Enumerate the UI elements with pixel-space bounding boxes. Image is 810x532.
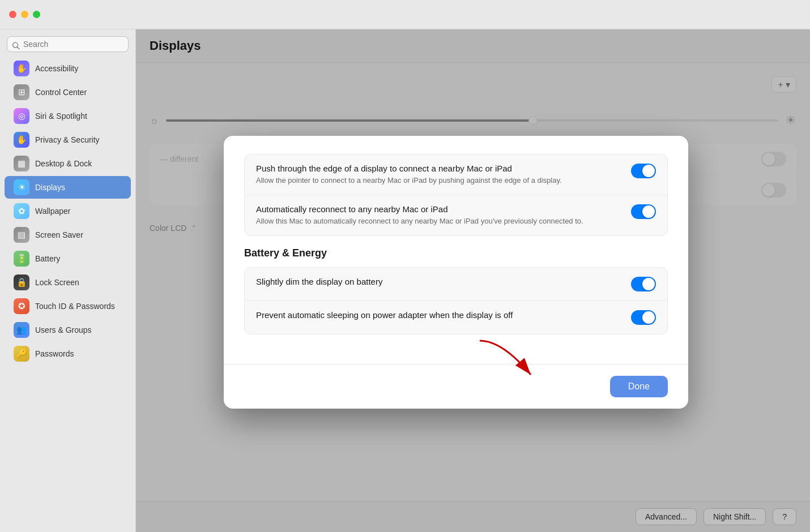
screensaver-icon: ▤ [14,227,29,243]
touchid-icon: ✪ [14,298,29,314]
push-through-desc: Allow the pointer to connect to a nearby… [256,175,562,186]
modal-dialog: Push through the edge of a display to co… [224,136,688,409]
sidebar-item-passwords[interactable]: 🔑 Passwords [5,342,131,365]
sidebar-item-accessibility[interactable]: ✋ Accessibility [5,57,131,80]
auto-reconnect-row: Automatically reconnect to any nearby Ma… [245,195,667,235]
window: ✋ Accessibility ⊞ Control Center ◎ Siri … [0,0,810,532]
sidebar-item-label: Screen Saver [35,230,83,239]
done-button[interactable]: Done [610,376,668,397]
sidebar-item-desktop[interactable]: ▦ Desktop & Dock [5,152,131,175]
sidebar-item-label: Control Center [35,88,87,97]
auto-reconnect-text: Automatically reconnect to any nearby Ma… [256,204,583,226]
sidebar-item-screensaver[interactable]: ▤ Screen Saver [5,224,131,246]
sidebar-item-privacy[interactable]: ✋ Privacy & Security [5,128,131,151]
battery-icon: 🔋 [14,251,29,267]
search-container [0,36,135,57]
modal-content: Push through the edge of a display to co… [224,136,688,364]
control-center-icon: ⊞ [14,84,29,100]
minimize-button[interactable] [21,11,28,18]
sidebar-item-battery[interactable]: 🔋 Battery [5,247,131,270]
main-panel: Displays + ▾ ☼ ☀ [136,29,810,532]
push-through-toggle[interactable] [631,164,656,178]
desktop-icon: ▦ [14,156,29,171]
content-area: ✋ Accessibility ⊞ Control Center ◎ Siri … [0,29,810,532]
modal-footer: Done [224,364,688,409]
auto-reconnect-toggle[interactable] [631,204,656,219]
modal-overlay: Push through the edge of a display to co… [136,29,810,532]
sidebar-item-label: Touch ID & Passwords [35,302,115,311]
auto-reconnect-title: Automatically reconnect to any nearby Ma… [256,204,583,214]
search-icon [12,42,20,50]
sidebar-item-label: Users & Groups [35,325,92,334]
passwords-icon: 🔑 [14,346,29,362]
push-through-title: Push through the edge of a display to co… [256,164,562,173]
arrow-indicator [468,335,559,392]
sidebar-item-label: Privacy & Security [35,135,100,144]
sidebar-item-label: Accessibility [35,64,78,73]
dim-battery-title: Slightly dim the display on battery [256,277,382,286]
dim-battery-row: Slightly dim the display on battery [245,268,667,301]
sidebar-item-control-center[interactable]: ⊞ Control Center [5,81,131,104]
prevent-sleep-title: Prevent automatic sleeping on power adap… [256,310,513,320]
sidebar-item-wallpaper[interactable]: ✿ Wallpaper [5,200,131,222]
displays-icon: ☀ [14,179,29,195]
sidebar-item-lockscreen[interactable]: 🔒 Lock Screen [5,271,131,294]
users-icon: 👥 [14,322,29,338]
sidebar-item-touchid[interactable]: ✪ Touch ID & Passwords [5,295,131,318]
dim-battery-toggle[interactable] [631,277,656,291]
universal-control-section: Push through the edge of a display to co… [244,154,668,236]
privacy-icon: ✋ [14,132,29,148]
search-input[interactable] [7,36,129,52]
close-button[interactable] [9,11,16,18]
siri-icon: ◎ [14,108,29,124]
lockscreen-icon: 🔒 [14,274,29,290]
prevent-sleep-toggle[interactable] [631,310,656,325]
sidebar: ✋ Accessibility ⊞ Control Center ◎ Siri … [0,29,136,532]
traffic-lights [9,11,40,18]
accessibility-icon: ✋ [14,61,29,76]
battery-section-title: Battery & Energy [244,247,668,259]
sidebar-item-label: Displays [35,183,65,192]
dim-battery-text: Slightly dim the display on battery [256,277,382,289]
sidebar-item-label: Siri & Spotlight [35,111,87,121]
battery-energy-section: Slightly dim the display on battery Prev… [244,267,668,334]
sidebar-item-label: Battery [35,254,60,263]
maximize-button[interactable] [33,11,40,18]
sidebar-item-label: Passwords [35,349,74,358]
svg-line-1 [18,47,20,49]
prevent-sleep-text: Prevent automatic sleeping on power adap… [256,310,513,322]
sidebar-item-users[interactable]: 👥 Users & Groups [5,319,131,341]
push-through-text: Push through the edge of a display to co… [256,164,562,186]
push-through-row: Push through the edge of a display to co… [245,155,667,195]
sidebar-item-label: Wallpaper [35,207,71,216]
wallpaper-icon: ✿ [14,203,29,219]
sidebar-item-siri[interactable]: ◎ Siri & Spotlight [5,105,131,127]
sidebar-item-label: Lock Screen [35,278,79,287]
titlebar [0,0,810,29]
prevent-sleep-row: Prevent automatic sleeping on power adap… [245,301,667,334]
auto-reconnect-desc: Allow this Mac to automatically reconnec… [256,216,583,226]
sidebar-item-displays[interactable]: ☀ Displays [5,176,131,199]
sidebar-item-label: Desktop & Dock [35,159,92,168]
